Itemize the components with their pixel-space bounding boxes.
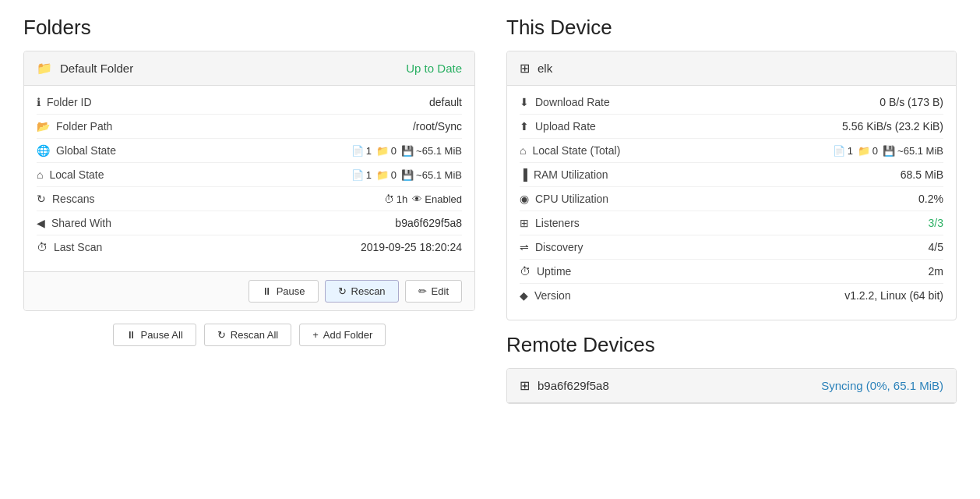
global-size: 💾 ~65.1 MiB [401,145,462,157]
remote-device-header-left: ⊞ b9a6f629f5a8 [520,378,609,393]
file-icon: 📄 [351,145,364,157]
ram-label-group: ▐ RAM Utilization [520,168,608,181]
version-value: v1.2.2, Linux (64 bit) [844,289,943,302]
device-name: elk [538,62,552,75]
pause-icon: ⏸ [262,285,272,297]
global-state-value: 📄 1 📁 0 💾 ~65.1 MiB [351,145,462,157]
discovery-label: Discovery [535,241,583,253]
default-folder-card: 📁 Default Folder Up to Date ℹ Folder ID … [23,51,475,311]
folder-icon: 📁 [37,61,52,76]
discovery-label-group: ⇌ Discovery [520,241,583,253]
add-folder-icon: + [312,329,319,341]
version-label: Version [534,289,571,302]
remote-devices-title: Remote Devices [506,333,957,357]
download-rate-label: Download Rate [535,96,610,108]
global-state-label: Global State [56,144,116,157]
version-row: ◆ Version v1.2.2, Linux (64 bit) [520,284,943,307]
shared-with-row: ◀ Shared With b9a6f629f5a8 [37,211,462,235]
ram-value: 68.5 MiB [901,168,943,181]
listeners-label-group: ⊞ Listeners [520,217,580,229]
folder-card-body: ℹ Folder ID default 📂 Folder Path /root/… [24,86,474,271]
cpu-icon: ◉ [520,193,529,205]
edit-button[interactable]: ✏ Edit [405,280,462,303]
last-scan-label-group: ⏱ Last Scan [37,241,102,253]
local-size: 💾 ~65.1 MiB [401,169,462,181]
this-device-card: ⊞ elk ⬇ Download Rate 0 B/s (173 B) ⬆ [506,51,957,320]
local-folders: 📁 0 [376,169,397,181]
device-local-state-row: ⌂ Local State (Total) 📄 1 📁 0 [520,139,943,163]
upload-rate-value: 5.56 KiB/s (23.2 KiB) [842,120,943,133]
device-local-state-label-group: ⌂ Local State (Total) [520,144,620,157]
global-icon: 🌐 [37,144,50,157]
download-rate-label-group: ⬇ Download Rate [520,96,610,108]
device-local-size: 💾 ~65.1 MiB [883,145,943,157]
folder-count-icon: 📁 [376,145,389,157]
rescans-value: ⏱ 1h 👁 Enabled [384,193,462,205]
folder-path-label-group: 📂 Folder Path [37,120,112,133]
rescan-btn-icon: ↻ [338,285,347,297]
folder-actions: ⏸ Pause All ↻ Rescan All + Add Folder [23,324,475,346]
dev-file-icon: 📄 [833,145,845,157]
folders-title: Folders [23,16,475,40]
device-local-icon: ⌂ [520,144,526,157]
dev-disk-icon: 💾 [883,145,895,157]
rescan-button[interactable]: ↻ Rescan [325,280,399,303]
device-local-state-label: Local State (Total) [532,144,620,157]
download-rate-row: ⬇ Download Rate 0 B/s (173 B) [520,90,943,115]
listeners-row: ⊞ Listeners 3/3 [520,211,943,235]
discovery-value: 4/5 [929,241,943,253]
add-folder-button[interactable]: + Add Folder [299,324,386,346]
cpu-label-group: ◉ CPU Utilization [520,193,608,205]
discovery-row: ⇌ Discovery 4/5 [520,235,943,260]
rescans-label-group: ↻ Rescans [37,193,94,205]
download-rate-value: 0 B/s (173 B) [880,96,943,108]
device-local-files: 📄 1 [833,145,853,157]
upload-rate-label: Upload Rate [535,120,596,133]
folder-path-label: Folder Path [56,120,112,133]
disk-icon: 💾 [401,145,414,157]
uptime-label-group: ⏱ Uptime [520,265,571,278]
local-folder-icon: 📁 [376,169,389,181]
ram-row: ▐ RAM Utilization 68.5 MiB [520,163,943,187]
download-icon: ⬇ [520,96,529,108]
rescan-all-button[interactable]: ↻ Rescan All [204,324,291,346]
last-scan-row: ⏱ Last Scan 2019-09-25 18:20:24 [37,235,462,259]
folder-id-label-group: ℹ Folder ID [37,96,92,108]
pause-button[interactable]: ⏸ Pause [249,280,319,303]
uptime-icon: ⏱ [520,265,531,278]
folders-section: Folders 📁 Default Folder Up to Date ℹ Fo… [23,16,475,346]
local-state-value: 📄 1 📁 0 💾 ~65.1 MiB [351,169,462,181]
folder-id-row: ℹ Folder ID default [37,90,462,115]
clock-icon: ⏱ [384,193,394,205]
rescan-icon: ↻ [37,193,46,205]
upload-rate-row: ⬆ Upload Rate 5.56 KiB/s (23.2 KiB) [520,115,943,139]
share-icon: ◀ [37,217,45,229]
device-local-folders: 📁 0 [858,145,878,157]
eye-icon: 👁 [412,193,422,205]
version-icon: ◆ [520,289,528,302]
last-scan-label: Last Scan [54,241,102,253]
global-files: 📄 1 [351,145,372,157]
uptime-label: Uptime [537,265,571,278]
device-local-state-value: 📄 1 📁 0 💾 ~65.1 MiB [833,145,943,157]
upload-rate-label-group: ⬆ Upload Rate [520,120,596,133]
global-folders: 📁 0 [376,145,397,157]
pause-all-button[interactable]: ⏸ Pause All [113,324,196,346]
local-disk-icon: 💾 [401,169,414,181]
version-label-group: ◆ Version [520,289,571,302]
listeners-value: 3/3 [929,217,943,229]
ram-icon: ▐ [520,168,527,181]
right-section: This Device ⊞ elk ⬇ Download Rate 0 B/s … [506,16,957,416]
folder-path-value: /root/Sync [413,120,462,133]
folder-id-label: Folder ID [47,96,92,108]
shared-with-label-group: ◀ Shared With [37,217,111,229]
dev-folder-icon: 📁 [858,145,870,157]
remote-device-status: Syncing (0%, 65.1 MiB) [821,379,943,392]
folder-status: Up to Date [406,62,462,75]
remote-device-name: b9a6f629f5a8 [538,379,609,392]
device-icon: ⊞ [520,61,530,76]
this-device-title: This Device [506,16,957,40]
rescans-row: ↻ Rescans ⏱ 1h 👁 Enabled [37,187,462,211]
rescans-label: Rescans [52,193,94,205]
uptime-row: ⏱ Uptime 2m [520,260,943,284]
